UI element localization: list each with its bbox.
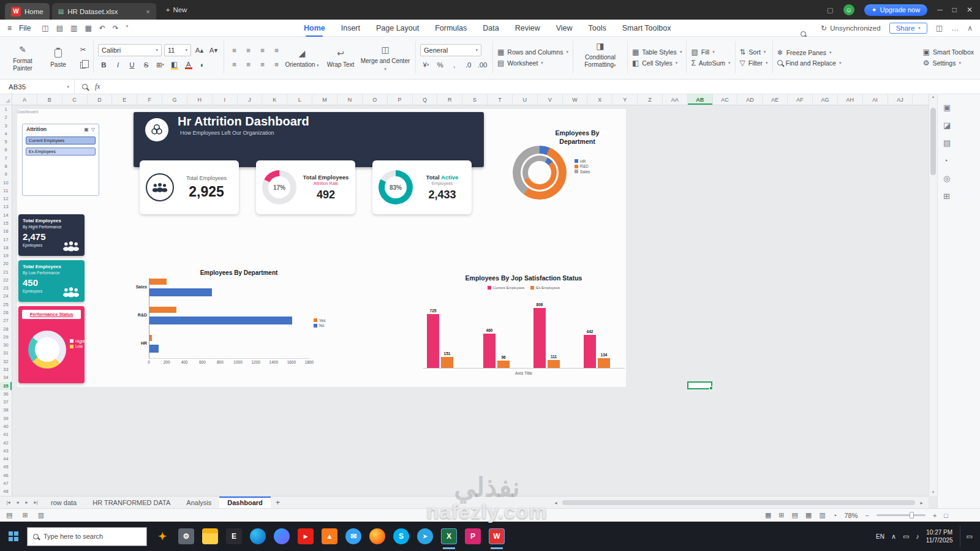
youtube-icon[interactable]: ▸ bbox=[298, 528, 314, 544]
orientation-button[interactable]: ◢ Orientation ▾ bbox=[282, 47, 322, 69]
clear-format-icon[interactable]: ◐ bbox=[197, 59, 208, 70]
sheet-tab-dashboard[interactable]: Dashboard bbox=[219, 497, 270, 508]
row-header-33[interactable]: 33 bbox=[0, 365, 12, 373]
indent-increase-icon[interactable]: ≡ bbox=[271, 59, 282, 70]
increase-decimal-icon[interactable]: .0 bbox=[462, 59, 474, 70]
horizontal-scrollbar[interactable]: ◂ ▸ bbox=[551, 499, 926, 506]
indent-decrease-icon[interactable]: ≡ bbox=[271, 45, 282, 56]
wps-icon[interactable]: W bbox=[489, 528, 505, 544]
merge-center-button[interactable]: ◫ Merge and Center ▾ bbox=[360, 43, 411, 72]
column-header-w[interactable]: W bbox=[563, 94, 588, 105]
zoom-in-icon[interactable]: + bbox=[933, 512, 937, 519]
sheet-tab-hr-tranformed-data[interactable]: HR TRANFORMED DATA bbox=[85, 497, 178, 508]
select-all-corner[interactable] bbox=[0, 94, 12, 105]
multiselect-icon[interactable]: ▣ bbox=[84, 127, 89, 132]
minimize-button[interactable]: ─ bbox=[937, 6, 943, 14]
column-header-c[interactable]: C bbox=[62, 94, 88, 105]
column-header-m[interactable]: M bbox=[312, 94, 337, 105]
row-header-4[interactable]: 4 bbox=[0, 130, 12, 138]
normal-view-icon[interactable]: ▤ bbox=[792, 511, 798, 519]
strikethrough-button[interactable]: S bbox=[140, 59, 152, 70]
row-header-39[interactable]: 39 bbox=[0, 414, 12, 422]
column-header-f[interactable]: F bbox=[137, 94, 162, 105]
row-header-17[interactable]: 17 bbox=[0, 236, 12, 244]
vertical-scrollbar[interactable]: ▴ ▾ bbox=[929, 94, 937, 496]
column-header-y[interactable]: Y bbox=[612, 94, 638, 105]
align-center-icon[interactable]: ≡ bbox=[243, 59, 254, 70]
print-preview-icon[interactable]: ▤ bbox=[56, 24, 63, 32]
name-box[interactable]: AB35 ▾ bbox=[0, 80, 75, 94]
wrap-text-button[interactable]: ↩ Wrap Text bbox=[324, 47, 357, 69]
clear-filter-icon[interactable]: ▽ bbox=[91, 127, 95, 132]
row-header-2[interactable]: 2 bbox=[0, 113, 12, 121]
scroll-up-icon[interactable]: ▴ bbox=[932, 94, 935, 99]
font-color-button[interactable]: A bbox=[183, 59, 194, 70]
bold-button[interactable]: B bbox=[98, 59, 110, 70]
increase-font-icon[interactable]: A▴ bbox=[194, 45, 205, 56]
fx-label[interactable]: fx bbox=[95, 82, 100, 91]
home-app-tab[interactable]: W Home bbox=[5, 3, 50, 20]
sheet-tab-analysis[interactable]: Analysis bbox=[178, 497, 219, 508]
row-header-20[interactable]: 20 bbox=[0, 260, 12, 268]
freeze-panes-button[interactable]: ❄ Freeze Panes▾ bbox=[777, 48, 842, 57]
rows-and-columns-button[interactable]: ▦ Rows and Columns▾ bbox=[497, 48, 568, 56]
qat-dropdown-icon[interactable]: ▾ bbox=[126, 24, 129, 32]
apps-grid-icon[interactable]: ⊞ bbox=[943, 192, 980, 201]
file-menu[interactable]: File bbox=[19, 24, 31, 32]
row-header-10[interactable]: 10 bbox=[0, 179, 12, 187]
active-cell-ab35[interactable] bbox=[687, 381, 712, 389]
align-top-icon[interactable]: ≡ bbox=[228, 45, 240, 56]
row-header-45[interactable]: 45 bbox=[0, 463, 12, 471]
file-explorer-icon[interactable] bbox=[202, 528, 218, 544]
find-replace-button[interactable]: Find and Replace▾ bbox=[777, 59, 842, 67]
first-sheet-button[interactable]: |◂ bbox=[4, 500, 13, 505]
column-header-o[interactable]: O bbox=[363, 94, 388, 105]
row-header-13[interactable]: 13 bbox=[0, 203, 12, 211]
avatar[interactable]: ☺ bbox=[843, 4, 854, 15]
row-header-41[interactable]: 41 bbox=[0, 430, 12, 438]
column-header-q[interactable]: Q bbox=[413, 94, 438, 105]
reading-view-icon[interactable]: ◔ bbox=[833, 512, 837, 519]
column-header-x[interactable]: X bbox=[587, 94, 612, 105]
column-header-aj[interactable]: AJ bbox=[888, 94, 913, 105]
row-header-29[interactable]: 29 bbox=[0, 333, 12, 341]
row-header-8[interactable]: 8 bbox=[0, 162, 12, 170]
menu-tab-insert[interactable]: Insert bbox=[341, 20, 360, 37]
row-header-16[interactable]: 16 bbox=[0, 227, 12, 235]
worksheet-button[interactable]: ▤ Worksheet▾ bbox=[497, 59, 568, 67]
window-layout-icon[interactable]: ▢ bbox=[827, 6, 833, 14]
clock[interactable]: 10:27 PM 11/7/2025 bbox=[926, 528, 953, 544]
column-header-af[interactable]: AF bbox=[788, 94, 813, 105]
row-header-26[interactable]: 26 bbox=[0, 309, 12, 317]
column-header-v[interactable]: V bbox=[538, 94, 563, 105]
zoom-level[interactable]: 78% bbox=[844, 512, 858, 519]
action-center-icon[interactable]: ▭ bbox=[960, 526, 978, 547]
row-header-22[interactable]: 22 bbox=[0, 276, 12, 284]
column-header-ah[interactable]: AH bbox=[838, 94, 863, 105]
telegram-icon[interactable]: ➤ bbox=[417, 528, 433, 544]
row-header-7[interactable]: 7 bbox=[0, 154, 12, 162]
font-name-select[interactable]: Calibri ▾ bbox=[98, 44, 162, 56]
status-grid-icon[interactable]: ⊞ bbox=[22, 511, 28, 519]
switch-interface-icon[interactable]: ◫ bbox=[936, 24, 943, 32]
menu-tab-review[interactable]: Review bbox=[515, 20, 540, 37]
messenger-icon[interactable] bbox=[274, 528, 290, 544]
cell-styles-button[interactable]: ◧ Cell Styles▾ bbox=[632, 59, 682, 67]
close-document-icon[interactable]: × bbox=[141, 8, 149, 15]
zoom-formula-icon[interactable] bbox=[82, 84, 88, 89]
fill-color-button[interactable]: ◧ bbox=[168, 59, 180, 70]
row-header-11[interactable]: 11 bbox=[0, 187, 12, 195]
row-header-34[interactable]: 34 bbox=[0, 373, 12, 381]
sync-status[interactable]: ↻ Unsynchronized bbox=[821, 24, 881, 32]
number-format-select[interactable]: General ▾ bbox=[420, 44, 481, 56]
copy-icon[interactable] bbox=[77, 59, 89, 71]
align-left-icon[interactable]: ≡ bbox=[228, 59, 240, 70]
hamburger-icon[interactable]: ≡ bbox=[7, 24, 12, 32]
skype-icon[interactable]: S bbox=[393, 528, 409, 544]
row-header-42[interactable]: 42 bbox=[0, 439, 12, 447]
italic-button[interactable]: I bbox=[112, 59, 124, 70]
more-options-icon[interactable]: … bbox=[951, 24, 959, 32]
styles-panel-icon[interactable]: ▤ bbox=[943, 138, 980, 148]
column-header-ae[interactable]: AE bbox=[763, 94, 788, 105]
column-header-i[interactable]: I bbox=[213, 94, 238, 105]
